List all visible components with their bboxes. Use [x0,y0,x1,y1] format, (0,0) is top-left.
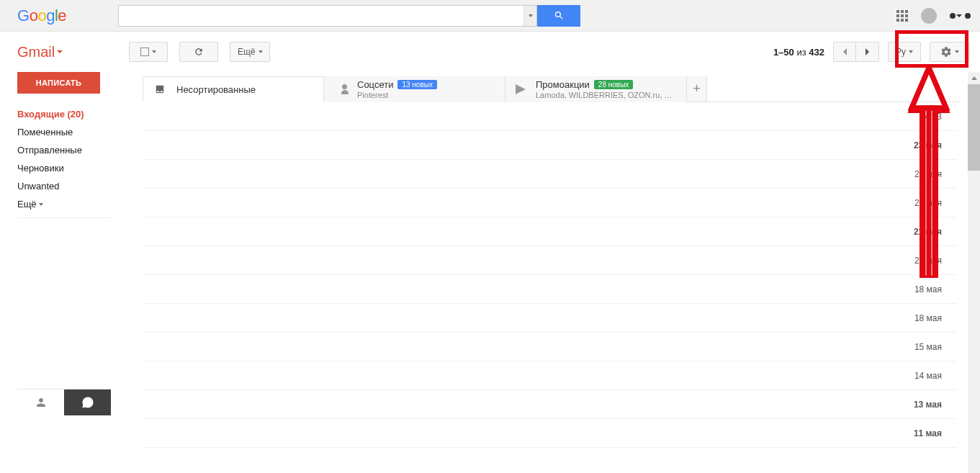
category-tab[interactable]: Несортированные [143,76,324,102]
search-button[interactable] [537,5,580,27]
inbox-icon [153,84,166,94]
mail-date: 4:03 [925,112,942,122]
pagination-count: 1–50 из 432 [773,47,824,58]
badge: 13 новых [397,80,437,89]
refresh-icon [194,47,204,57]
mail-row[interactable]: 14 мая [143,361,956,390]
chat-icon [81,396,94,409]
next-button[interactable] [856,42,879,62]
people-icon [334,84,347,94]
compose-button[interactable]: НАПИСАТЬ [17,72,100,94]
sidebar-item[interactable]: Входящие (20) [17,105,130,123]
sidebar-item[interactable]: Черновики [17,159,130,177]
sidebar-item[interactable]: Помеченные [17,123,130,141]
mail-row[interactable]: 21 мая [143,217,956,246]
input-tools-button[interactable]: Ру [888,42,921,62]
mail-date: 18 мая [914,284,942,294]
mail-date: 11 мая [914,428,942,438]
mail-row[interactable]: 4:03 [143,102,956,131]
tab-label: Несортированные [176,84,256,95]
settings-button[interactable] [930,42,970,62]
mail-date: 23 мая [914,169,942,179]
apps-icon[interactable] [896,10,908,22]
scrollbar[interactable] [968,72,980,473]
refresh-button[interactable] [179,42,218,62]
mail-date: 13 мая [914,400,942,410]
notifications-icon[interactable] [921,8,937,24]
category-tab[interactable]: Соцсети13 новыхPinterest [324,76,505,102]
add-tab-button[interactable]: + [687,76,707,102]
mail-list: 4:0323 мая23 мая22 мая21 мая21 мая18 мая… [143,102,956,448]
mail-date: 21 мая [914,227,942,237]
sidebar: НАПИСАТЬ Входящие (20)ПомеченныеОтправле… [0,72,130,218]
mail-date: 15 мая [914,342,942,352]
scroll-thumb[interactable] [968,84,980,171]
mail-row[interactable]: 22 мая [143,189,956,217]
account-button[interactable] [950,12,971,20]
mail-row[interactable]: 23 мая [143,160,956,189]
mail-date: 21 мая [914,256,942,266]
mail-row[interactable]: 13 мая [143,390,956,419]
header: Google [0,0,980,32]
tab-subtitle: Pinterest [357,91,437,99]
prev-button[interactable] [833,42,856,62]
chevron-right-icon [865,48,871,56]
mail-date: 18 мая [914,313,942,323]
mail-date: 14 мая [914,371,942,381]
mail-row[interactable]: 18 мая [143,304,956,333]
tag-icon [516,84,526,94]
more-button[interactable]: Ещё [230,42,270,62]
select-button[interactable] [129,42,168,62]
contacts-tab[interactable] [17,389,64,415]
gmail-dropdown[interactable]: Gmail [17,44,63,60]
mail-date: 22 мая [914,198,942,208]
mail-row[interactable]: 23 мая [143,131,956,160]
tab-label: Промоакции [536,79,590,90]
person-icon [35,396,48,409]
sidebar-bottom-tabs [17,389,111,415]
chevron-left-icon [842,48,848,56]
search-box [118,5,537,27]
mail-date: 23 мая [914,140,942,150]
search-input[interactable] [119,6,523,26]
google-logo[interactable]: Google [17,6,66,25]
search-icon [554,10,565,21]
sidebar-item[interactable]: Unwanted [17,177,130,195]
category-tabs: НесортированныеСоцсети13 новыхPinterestП… [143,76,960,102]
tab-subtitle: Lamoda, WILDBERRIES, OZON.ru, La... [536,91,673,99]
toolbar: Gmail Ещё 1–50 из 432 Ру [0,32,980,72]
mail-row[interactable]: 21 мая [143,246,956,275]
search-dropdown[interactable] [523,6,536,26]
mail-row[interactable]: 11 мая [143,419,956,448]
hangouts-tab[interactable] [64,389,111,415]
sidebar-more[interactable]: Ещё [17,195,130,213]
badge: 28 новых [594,80,634,89]
category-tab[interactable]: Промоакции28 новыхLamoda, WILDBERRIES, O… [505,76,687,102]
gear-icon [940,46,952,58]
mail-row[interactable]: 18 мая [143,275,956,304]
scroll-up[interactable] [968,72,980,84]
tab-label: Соцсети [357,79,393,90]
sidebar-item[interactable]: Отправленные [17,141,130,159]
checkbox-icon [140,48,149,56]
mail-row[interactable]: 15 мая [143,333,956,361]
